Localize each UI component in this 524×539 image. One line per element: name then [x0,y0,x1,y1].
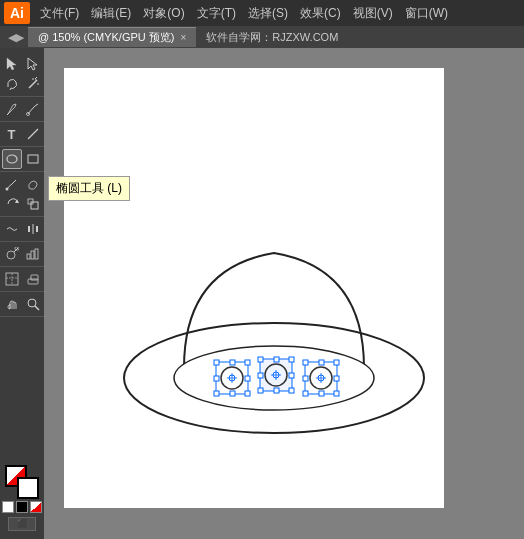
stroke-color-indicator [21,481,35,495]
tool-zoom[interactable] [23,294,43,314]
tool-blob-brush[interactable] [23,174,43,194]
tool-direct-select[interactable] [23,54,43,74]
small-swatches [2,501,42,513]
tool-select[interactable] [2,54,22,74]
svg-rect-66 [319,391,324,396]
svg-line-7 [7,113,9,115]
arrange-button[interactable]: ⬛ [8,517,36,531]
tool-magic-wand[interactable] [23,74,43,94]
tool-type[interactable]: T [2,124,22,144]
tool-group-nav [0,292,44,317]
svg-rect-14 [31,202,38,209]
tool-group-pen [0,97,44,122]
tab-close-button[interactable]: × [180,32,186,43]
drawing-svg [84,88,464,528]
menu-text[interactable]: 文字(T) [191,2,242,25]
tool-pen[interactable] [2,99,22,119]
tool-lasso[interactable] [2,74,22,94]
svg-rect-55 [289,373,294,378]
tool-group-shape [0,147,44,172]
tool-rectangle[interactable] [23,149,43,169]
svg-point-10 [7,155,17,163]
tool-width[interactable] [23,219,43,239]
tool-line[interactable] [23,124,43,144]
svg-point-8 [26,113,29,116]
svg-rect-38 [245,391,250,396]
svg-rect-54 [258,373,263,378]
tool-group-select [0,52,44,97]
main-layout: T [0,48,524,539]
tool-eraser[interactable] [23,269,43,289]
svg-rect-11 [28,155,38,163]
tool-pencil[interactable] [23,99,43,119]
stroke-fill-box[interactable] [5,465,39,499]
svg-rect-68 [334,376,339,381]
svg-point-30 [28,299,36,307]
menu-edit[interactable]: 编辑(E) [85,2,137,25]
arrange-icon: ⬛ [17,519,28,529]
tool-hand[interactable] [2,294,22,314]
tool-group-slice [0,267,44,292]
svg-rect-37 [214,391,219,396]
tool-group-type: T [0,122,44,147]
svg-rect-65 [319,360,324,365]
title-bar: Ai 文件(F) 编辑(E) 对象(O) 文字(T) 选择(S) 效果(C) 视… [0,0,524,26]
ai-logo: Ai [4,2,30,24]
tool-group-warp [0,217,44,242]
svg-rect-24 [35,249,38,259]
svg-rect-50 [258,388,263,393]
menu-effect[interactable]: 效果(C) [294,2,347,25]
svg-rect-48 [258,357,263,362]
svg-rect-36 [245,360,250,365]
menu-object[interactable]: 对象(O) [137,2,190,25]
svg-marker-1 [28,58,37,70]
svg-line-6 [35,77,37,79]
svg-point-12 [5,188,8,191]
svg-line-31 [35,306,39,310]
svg-line-2 [29,80,37,88]
svg-rect-52 [274,357,279,362]
swatch-none[interactable] [2,501,14,513]
svg-rect-22 [27,254,30,259]
tool-group-symbol [0,242,44,267]
svg-marker-0 [7,58,16,70]
tool-slice[interactable] [2,269,22,289]
toolbar: T [0,48,44,539]
svg-rect-41 [214,376,219,381]
tool-symbol-sprayer[interactable] [2,244,22,264]
svg-rect-42 [245,376,250,381]
canvas-white [64,68,444,508]
svg-rect-49 [289,357,294,362]
stroke-color-box[interactable] [17,477,39,499]
tool-graph[interactable] [23,244,43,264]
svg-rect-63 [303,391,308,396]
tab-label: @ 150% (CMYK/GPU 预览) [38,30,174,45]
tool-ellipse[interactable] [2,149,22,169]
tool-paintbrush[interactable] [2,174,22,194]
tool-scale[interactable] [23,194,43,214]
menu-file[interactable]: 文件(F) [34,2,85,25]
svg-rect-53 [274,388,279,393]
menu-view[interactable]: 视图(V) [347,2,399,25]
swatch-none-stroke[interactable] [30,501,42,513]
tool-rotate[interactable] [2,194,22,214]
menu-bar: 文件(F) 编辑(E) 对象(O) 文字(T) 选择(S) 效果(C) 视图(V… [34,2,520,25]
tab-site-info: 软件自学网：RJZXW.COM [206,30,338,45]
svg-rect-35 [214,360,219,365]
active-tab[interactable]: @ 150% (CMYK/GPU 预览) × [28,27,196,47]
svg-point-19 [7,251,15,259]
svg-rect-67 [303,376,308,381]
svg-rect-23 [31,251,34,259]
tool-group-paint [0,172,44,217]
svg-rect-61 [303,360,308,365]
menu-window[interactable]: 窗口(W) [399,2,454,25]
svg-line-9 [28,129,38,139]
menu-select[interactable]: 选择(S) [242,2,294,25]
canvas-area [44,48,524,539]
tab-scroll-arrow[interactable]: ◀▶ [4,31,28,44]
svg-rect-51 [289,388,294,393]
swatch-black[interactable] [16,501,28,513]
color-section: ⬛ [0,461,44,535]
svg-rect-62 [334,360,339,365]
tool-warp[interactable] [2,219,22,239]
